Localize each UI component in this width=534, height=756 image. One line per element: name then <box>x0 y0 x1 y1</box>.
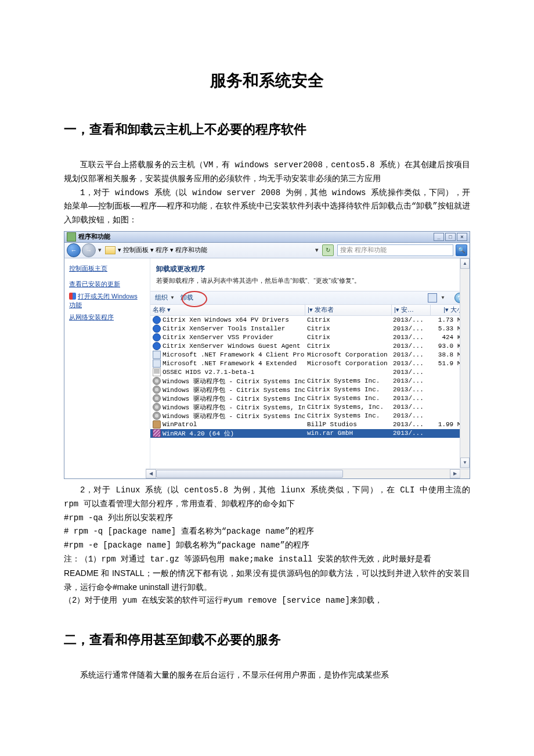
nav-history-dropdown[interactable]: ▾ <box>98 246 102 254</box>
app-name: WinPatrol <box>163 421 197 428</box>
app-name: Windows 驱动程序包 - Citrix Systems Inc. (xen… <box>163 377 305 386</box>
col-publisher[interactable]: |▾ 发布者 <box>305 305 392 315</box>
col-installed[interactable]: |▾ 安… <box>392 305 431 315</box>
scroll-thumb[interactable] <box>156 470 343 478</box>
scroll-corner <box>460 469 470 478</box>
panel-title: 卸载或更改程序 <box>150 263 470 275</box>
control-panel-home-link[interactable]: 控制面板主页 <box>69 264 145 273</box>
section1-p3: 2，对于 Linux 系统（以 centos5.8 为例，其他 liunx 系统… <box>64 484 470 512</box>
breadcrumb[interactable]: ▾ 控制面板 ▾ 程序 ▾ 程序和功能 <box>118 246 207 254</box>
app-publisher: Citrix <box>305 316 391 323</box>
app-name: Citrix XenServer Windows Guest Agent <box>163 343 301 350</box>
sep-icon: |▾ <box>308 306 313 314</box>
app-installed: 2013/... <box>391 343 429 350</box>
toolbar: 组织 ▼ 卸载 ▼ ? <box>150 291 470 305</box>
page-title: 服务和系统安全 <box>64 70 470 92</box>
app-installed: 2013/... <box>391 325 429 332</box>
app-installed: 2013/... <box>391 421 429 428</box>
section2-p1: 系统运行通常伴随着大量的服务在后台运行，不显示任何用户界面，是协作完成某些系 <box>64 669 470 683</box>
view-icon[interactable] <box>428 293 437 303</box>
table-row[interactable]: Windows 驱动程序包 - Citrix Systems Inc. (xen… <box>150 386 470 394</box>
nav-bar: ← → ▾ ▾ 控制面板 ▾ 程序 ▾ 程序和功能 ▾ ↻ 搜索 程序和功能 🔍 <box>64 243 470 258</box>
app-installed: 2013/... <box>391 430 429 437</box>
col-name[interactable]: 名称 ▾ <box>150 305 305 315</box>
app-publisher: Citrix Systems Inc. <box>305 412 391 419</box>
table-row[interactable]: Citrix Xen Windows x64 PV DriversCitrix2… <box>150 316 470 325</box>
table-row[interactable]: WinRAR 4.20 (64 位)win.rar GmbH2013/... <box>150 429 470 438</box>
table-row[interactable]: Citrix XenServer VSS ProviderCitrix2013/… <box>150 333 470 342</box>
table-row[interactable]: WinPatrolBillP Studios2013/...1.99 MB <box>150 420 470 429</box>
note1: 注：（1）rpm 对通过 tar.gz 等源码包用 make;make inst… <box>64 553 470 567</box>
table-row[interactable]: OSSEC HIDS v2.7.1-beta-12013/... <box>150 368 470 377</box>
scroll-left-button[interactable]: ◀ <box>146 469 156 478</box>
windows-features-label: 打开或关闭 Windows 功能 <box>69 293 138 308</box>
view-dropdown-icon[interactable]: ▼ <box>441 295 445 300</box>
organize-dropdown-icon[interactable]: ▼ <box>170 295 175 300</box>
forward-button[interactable]: → <box>82 243 96 257</box>
table-row[interactable]: Windows 驱动程序包 - Citrix Systems Inc. (xen… <box>150 377 470 386</box>
app-row-icon <box>153 394 161 402</box>
section1-p2: 1，对于 windows 系统（以 window server 2008 为例，… <box>64 186 470 228</box>
left-panel: 控制面板主页 查看已安装的更新 打开或关闭 Windows 功能 从网络安装程序 <box>64 258 150 478</box>
sep-icon: |▾ <box>394 306 399 314</box>
search-go-button[interactable]: 🔍 <box>456 244 467 256</box>
window-titlebar: 程序和功能 _ □ × <box>64 231 470 243</box>
note2: （2）对于使用 yum 在线安装的软件可运行#yum remove [servi… <box>64 594 470 608</box>
section1-heading: 一，查看和卸载云主机上不必要的程序软件 <box>64 121 470 138</box>
app-name: OSSEC HIDS v2.7.1-beta-1 <box>163 369 254 376</box>
section1-p1: 互联云平台上搭载服务的云主机（VM，有 windows server2008，c… <box>64 159 470 186</box>
cmd1: #rpm -qa 列出所以安装程序 <box>64 512 470 525</box>
maximize-button[interactable]: □ <box>445 233 456 241</box>
breadcrumb-dropdown[interactable]: ▾ <box>315 246 319 254</box>
install-from-network-link[interactable]: 从网络安装程序 <box>69 313 145 322</box>
programs-features-window: 程序和功能 _ □ × ← → ▾ ▾ 控制面板 ▾ 程序 ▾ 程序和功能 ▾ … <box>64 231 470 479</box>
app-row-icon <box>153 377 161 385</box>
app-installed: 2013/... <box>391 334 429 341</box>
close-button[interactable]: × <box>457 233 467 241</box>
windows-features-link[interactable]: 打开或关闭 Windows 功能 <box>69 292 145 309</box>
app-name: Citrix Xen Windows x64 PV Drivers <box>163 316 289 323</box>
table-row[interactable]: Citrix XenServer Tools InstallerCitrix20… <box>150 325 470 333</box>
minimize-button[interactable]: _ <box>434 233 444 241</box>
table-row[interactable]: Citrix XenServer Windows Guest AgentCitr… <box>150 342 470 351</box>
table-row[interactable]: Microsoft .NET Framework 4 ExtendedMicro… <box>150 359 470 368</box>
app-publisher: Microsoft Corporation <box>305 351 391 358</box>
app-row-icon <box>153 403 161 411</box>
app-installed: 2013/... <box>391 404 429 411</box>
section2-heading: 二，查看和停用甚至卸载不必要的服务 <box>64 631 470 649</box>
horizontal-scrollbar[interactable]: ◀ ▶ <box>146 469 460 478</box>
search-input[interactable]: 搜索 程序和功能 <box>337 244 453 256</box>
app-row-icon <box>153 429 161 437</box>
app-name: WinRAR 4.20 (64 位) <box>163 429 234 438</box>
folder-icon <box>105 246 116 254</box>
organize-button[interactable]: 组织 <box>155 293 168 302</box>
app-installed: 2013/... <box>391 386 429 393</box>
table-row[interactable]: Windows 驱动程序包 - Citrix Systems, Inc. (xe… <box>150 403 470 412</box>
app-name: Microsoft .NET Framework 4 Extended <box>163 360 297 367</box>
app-publisher: Citrix <box>305 325 391 332</box>
table-row[interactable]: Microsoft .NET Framework 4 Client Profil… <box>150 351 470 359</box>
note1b: README 和 INSTALL；一般的情况下都有说，如果没有提供源码包的卸载方… <box>64 567 470 595</box>
uninstall-button[interactable]: 卸载 <box>181 293 193 302</box>
table-row[interactable]: Windows 驱动程序包 - Citrix Systems Inc. (xen… <box>150 412 470 420</box>
scroll-down-button[interactable]: ▼ <box>460 458 470 468</box>
back-button[interactable]: ← <box>67 243 81 257</box>
scroll-right-button[interactable]: ▶ <box>450 469 460 478</box>
cmd2: # rpm -q [package name] 查看名称为“package na… <box>64 525 470 539</box>
search-placeholder: 搜索 程序和功能 <box>340 246 387 254</box>
chevron-down-icon: ▾ <box>167 306 171 314</box>
scroll-up-button[interactable]: ▲ <box>460 258 470 269</box>
vertical-scrollbar[interactable]: ▲ ▼ <box>460 258 470 468</box>
app-name: Windows 驱动程序包 - Citrix Systems Inc. (xen… <box>163 394 305 403</box>
app-publisher: Citrix Systems Inc. <box>305 386 391 393</box>
app-row-icon <box>153 412 161 420</box>
right-panel: 卸载或更改程序 若要卸载程序，请从列表中将其选中，然后单击“卸载”、“更改”或“… <box>150 258 470 478</box>
app-row-icon <box>153 316 161 324</box>
view-updates-link[interactable]: 查看已安装的更新 <box>69 280 145 289</box>
app-installed: 2013/... <box>391 369 429 376</box>
table-row[interactable]: Windows 驱动程序包 - Citrix Systems Inc. (xen… <box>150 394 470 403</box>
refresh-button[interactable]: ↻ <box>322 244 334 256</box>
app-installed: 2013/... <box>391 316 429 323</box>
app-name: Windows 驱动程序包 - Citrix Systems Inc. (xen… <box>163 386 305 394</box>
app-row-icon <box>153 325 161 333</box>
